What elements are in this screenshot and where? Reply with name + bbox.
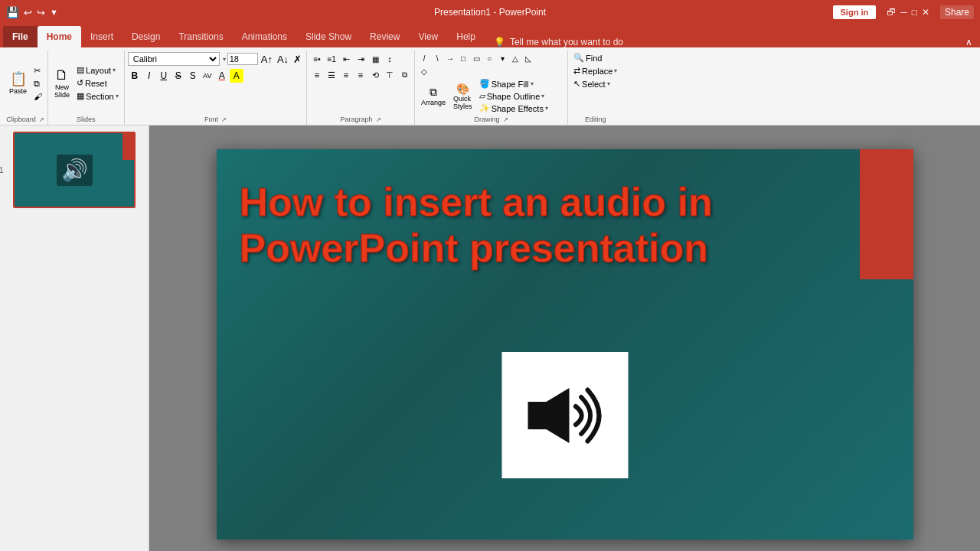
font-color-btn[interactable]: A bbox=[215, 69, 229, 83]
replace-button[interactable]: ⇄ Replace ▾ bbox=[571, 65, 619, 77]
new-slide-button[interactable]: 🗋 NewSlide bbox=[51, 67, 73, 100]
maximize-icon[interactable]: □ bbox=[912, 7, 917, 18]
bold-button[interactable]: B bbox=[128, 69, 142, 83]
align-left-btn[interactable]: ≡ bbox=[310, 68, 324, 82]
shadow-button[interactable]: S bbox=[186, 69, 200, 83]
collapse-ribbon-icon[interactable]: ∧ bbox=[965, 37, 972, 47]
line-shape[interactable]: / bbox=[418, 52, 430, 64]
customize-icon[interactable]: ▼ bbox=[50, 8, 58, 17]
diamond-shape[interactable]: ◇ bbox=[418, 65, 430, 77]
right-triangle[interactable]: ◺ bbox=[522, 52, 534, 64]
share-button[interactable]: Share bbox=[940, 5, 974, 19]
slide-canvas[interactable]: How to insert an audio in PowerPoint pre… bbox=[217, 149, 913, 540]
rounded-rect-shape[interactable]: ▭ bbox=[470, 52, 482, 64]
decrease-font-btn[interactable]: A↓ bbox=[276, 53, 290, 66]
reset-button[interactable]: ↺ Reset bbox=[74, 77, 121, 89]
layout-icon: ▤ bbox=[77, 65, 84, 75]
para-dialog-icon[interactable]: ↗ bbox=[376, 116, 381, 123]
drawing-controls: / \ → □ ▭ ○ ▾ △ ◺ ◇ ⧉ Arrange 🎨 QuickSty… bbox=[418, 52, 564, 114]
minimize-icon[interactable]: ─ bbox=[900, 7, 907, 18]
highlight-btn[interactable]: A bbox=[230, 69, 243, 83]
tab-help[interactable]: Help bbox=[447, 26, 485, 47]
underline-button[interactable]: U bbox=[157, 69, 171, 83]
section-button[interactable]: ▦ Section ▾ bbox=[74, 90, 121, 102]
slide-thumbnail-1[interactable]: 1 🔊 bbox=[13, 132, 136, 208]
titlebar-left: 💾 ↩ ↪ ▼ bbox=[6, 6, 58, 18]
justify-btn[interactable]: ≡ bbox=[354, 68, 368, 82]
bullets-btn[interactable]: ≡• bbox=[310, 52, 324, 66]
text-align-btn[interactable]: ⊤ bbox=[383, 68, 397, 82]
shape-outline-btn[interactable]: ▱ Shape Outline ▾ bbox=[477, 90, 550, 102]
arrange-button[interactable]: ⧉ Arrange bbox=[418, 84, 449, 108]
smartart-btn[interactable]: ⧉ bbox=[397, 68, 411, 82]
quick-styles-icon: 🎨 bbox=[456, 83, 469, 95]
shape-fill-btn[interactable]: 🪣 Shape Fill ▾ bbox=[477, 78, 550, 90]
sign-in-button[interactable]: Sign in bbox=[833, 5, 877, 19]
increase-font-btn[interactable]: A↑ bbox=[260, 53, 274, 66]
char-space-button[interactable]: AV bbox=[201, 69, 214, 83]
copy-button[interactable]: ⧉ bbox=[31, 78, 44, 90]
tab-slideshow[interactable]: Slide Show bbox=[296, 26, 361, 47]
arrow-shape[interactable]: → bbox=[444, 52, 456, 64]
increase-indent-btn[interactable]: ⇥ bbox=[354, 52, 368, 66]
italic-button[interactable]: I bbox=[142, 69, 156, 83]
font-controls: Calibri ▾ A↑ A↓ ✗ B I U S S AV A A bbox=[128, 52, 303, 114]
tab-design[interactable]: Design bbox=[122, 26, 169, 47]
layout-dropdown-arrow: ▾ bbox=[113, 67, 116, 73]
tab-transitions[interactable]: Transitions bbox=[169, 26, 232, 47]
paste-icon: 📋 bbox=[10, 72, 27, 86]
line-spacing-btn[interactable]: ↕ bbox=[383, 52, 397, 66]
save-icon[interactable]: 💾 bbox=[6, 6, 19, 18]
triangle-shape[interactable]: △ bbox=[509, 52, 521, 64]
strikethrough-button[interactable]: S bbox=[172, 69, 185, 83]
format-painter-button[interactable]: 🖌 bbox=[31, 91, 44, 102]
tell-me-label[interactable]: Tell me what you want to do bbox=[510, 37, 623, 47]
thumb-audio-icon: 🔊 bbox=[57, 155, 93, 186]
font-size-dropdown[interactable]: ▾ bbox=[223, 56, 226, 63]
font-size-input[interactable] bbox=[227, 53, 258, 65]
fill-icon: 🪣 bbox=[479, 79, 490, 89]
tab-review[interactable]: Review bbox=[361, 26, 409, 47]
redo-icon[interactable]: ↪ bbox=[37, 7, 45, 18]
tab-animations[interactable]: Animations bbox=[233, 26, 296, 47]
column-btn[interactable]: ▦ bbox=[368, 52, 382, 66]
clear-format-btn[interactable]: ✗ bbox=[292, 53, 303, 66]
more-shapes[interactable]: ▾ bbox=[496, 52, 508, 64]
undo-icon[interactable]: ↩ bbox=[24, 7, 32, 18]
cut-button[interactable]: ✂ bbox=[31, 65, 44, 77]
drawing-dialog-icon[interactable]: ↗ bbox=[503, 116, 508, 123]
paste-button[interactable]: 📋 Paste bbox=[6, 70, 30, 96]
shape-effects-btn[interactable]: ✨ Shape Effects ▾ bbox=[477, 103, 550, 114]
quick-styles-button[interactable]: 🎨 QuickStyles bbox=[450, 81, 475, 112]
group-clipboard: 📋 Paste ✂ ⧉ 🖌 Clipboard ↗ bbox=[3, 51, 48, 125]
font-format-row: B I U S S AV A A bbox=[128, 69, 243, 83]
rect-shape[interactable]: □ bbox=[457, 52, 469, 64]
tab-home[interactable]: Home bbox=[38, 26, 81, 47]
tab-view[interactable]: View bbox=[409, 26, 447, 47]
align-right-btn[interactable]: ≡ bbox=[339, 68, 353, 82]
oval-shape[interactable]: ○ bbox=[483, 52, 495, 64]
tab-insert[interactable]: Insert bbox=[81, 26, 122, 47]
align-center-btn[interactable]: ☰ bbox=[325, 68, 338, 82]
dialog-launcher-icon[interactable]: ↗ bbox=[39, 116, 44, 123]
audio-object[interactable] bbox=[501, 352, 628, 478]
drawing-label: Drawing ↗ bbox=[418, 114, 564, 125]
slide-title[interactable]: How to insert an audio in PowerPoint pre… bbox=[240, 180, 875, 272]
copy-icon: ⧉ bbox=[34, 79, 40, 89]
decrease-indent-btn[interactable]: ⇤ bbox=[339, 52, 353, 66]
drawing-buttons: ⧉ Arrange 🎨 QuickStyles 🪣 Shape Fill ▾ ▱ bbox=[418, 78, 550, 114]
font-label: Font ↗ bbox=[128, 114, 303, 125]
font-name-select[interactable]: Calibri bbox=[128, 52, 220, 66]
font-dialog-icon[interactable]: ↗ bbox=[221, 116, 227, 123]
numbering-btn[interactable]: ≡1 bbox=[325, 52, 338, 66]
close-icon[interactable]: ✕ bbox=[922, 7, 929, 18]
layout-button[interactable]: ▤ Layout ▾ bbox=[74, 64, 121, 76]
shapes-row: / \ → □ ▭ ○ ▾ △ ◺ ◇ bbox=[418, 52, 541, 77]
text-direction-btn[interactable]: ⟲ bbox=[368, 68, 382, 82]
restore-icon[interactable]: 🗗 bbox=[887, 7, 896, 18]
select-button[interactable]: ↖ Select ▾ bbox=[571, 78, 612, 90]
section-icon: ▦ bbox=[77, 91, 84, 101]
find-button[interactable]: 🔍 Find bbox=[571, 52, 604, 64]
tab-file[interactable]: File bbox=[3, 26, 38, 47]
diagonal-shape[interactable]: \ bbox=[431, 52, 443, 64]
